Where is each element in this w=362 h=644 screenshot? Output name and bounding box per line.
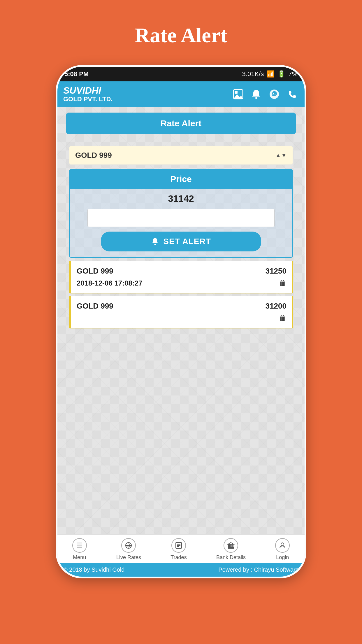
status-time: 5:08 PM [64, 70, 89, 78]
rate-alert-header: Rate Alert [67, 113, 295, 134]
nav-live-rates[interactable]: Live Rates [116, 538, 141, 561]
dropdown-value: GOLD 999 [75, 151, 112, 160]
bank-details-icon [224, 538, 238, 553]
nav-login-label: Login [276, 554, 289, 561]
nav-bank-details[interactable]: Bank Details [216, 538, 246, 561]
live-rates-icon [121, 538, 136, 553]
header-icons [232, 88, 299, 101]
nav-menu-label: Menu [73, 554, 86, 561]
alert-1-name: GOLD 999 [77, 267, 113, 276]
battery-icon: 🔋 [277, 70, 285, 78]
bottom-nav: ☰ Menu Live Rates [57, 534, 305, 563]
status-right: 3.01K/s 📶 🔋 7% [242, 70, 298, 78]
login-icon [275, 538, 290, 553]
nav-menu[interactable]: ☰ Menu [72, 538, 87, 561]
price-input-field[interactable] [87, 209, 275, 227]
price-header: Price [70, 169, 292, 189]
status-bar: 5:08 PM 3.01K/s 📶 🔋 7% [57, 67, 305, 81]
dropdown-row: GOLD 999 ▲▼ [66, 143, 296, 169]
set-alert-button[interactable]: SET ALERT [101, 232, 261, 251]
nav-trades[interactable]: Trades [171, 538, 187, 561]
alert-2-name: GOLD 999 [77, 302, 113, 311]
alert-1-date: 2018-12-06 17:08:27 [77, 279, 143, 287]
network-speed: 3.01K/s [242, 70, 264, 78]
rate-alert-section: Rate Alert [66, 113, 296, 134]
current-price-display: 31142 [70, 189, 292, 209]
page-title-text: Rate Alert [135, 23, 227, 48]
footer-right: Powered by : Chirayu Software [218, 566, 299, 573]
alert-1-price: 31250 [266, 267, 287, 276]
alert-item-2: GOLD 999 31200 🗑 [69, 296, 293, 328]
commodity-dropdown[interactable]: GOLD 999 ▲▼ [69, 146, 293, 165]
svg-point-3 [255, 97, 257, 99]
main-content: Rate Alert GOLD 999 ▲▼ Price 31142 [57, 107, 305, 534]
nav-bank-details-label: Bank Details [216, 554, 246, 561]
svg-point-5 [154, 244, 156, 245]
delete-icon-1[interactable]: 🗑 [279, 279, 287, 288]
set-alert-label: SET ALERT [163, 237, 211, 246]
app-footer: © 2018 by Suvidhi Gold Powered by : Chir… [57, 563, 305, 577]
svg-point-17 [281, 543, 284, 546]
wifi-icon: 📶 [267, 70, 275, 78]
trades-icon [171, 538, 186, 553]
bell-icon[interactable] [250, 88, 263, 101]
menu-icon: ☰ [72, 538, 87, 553]
nav-trades-label: Trades [171, 554, 187, 561]
price-section: Price 31142 SET ALERT [69, 169, 293, 258]
image-icon [232, 88, 245, 101]
footer-left: © 2018 by Suvidhi Gold [63, 566, 124, 573]
nav-live-rates-label: Live Rates [116, 554, 141, 561]
whatsapp-icon[interactable] [268, 88, 281, 101]
delete-icon-2[interactable]: 🗑 [279, 314, 287, 323]
battery-percent: 7% [288, 70, 298, 78]
alert-item-1: GOLD 999 31250 2018-12-06 17:08:27 🗑 [69, 261, 293, 293]
nav-login[interactable]: Login [275, 538, 290, 561]
svg-rect-1 [235, 91, 238, 94]
phone-icon[interactable] [286, 88, 299, 101]
alert-2-price: 31200 [266, 302, 287, 311]
svg-rect-13 [231, 544, 231, 547]
svg-rect-12 [229, 544, 229, 547]
svg-marker-2 [233, 94, 243, 99]
app-header: SUVIDHI GOLD PVT. LTD. [57, 81, 305, 107]
phone-frame: 5:08 PM 3.01K/s 📶 🔋 7% SUVIDHI GOLD PVT.… [56, 65, 306, 578]
logo: SUVIDHI GOLD PVT. LTD. [63, 85, 113, 103]
dropdown-arrow-icon: ▲▼ [275, 152, 287, 159]
svg-rect-14 [232, 544, 233, 547]
